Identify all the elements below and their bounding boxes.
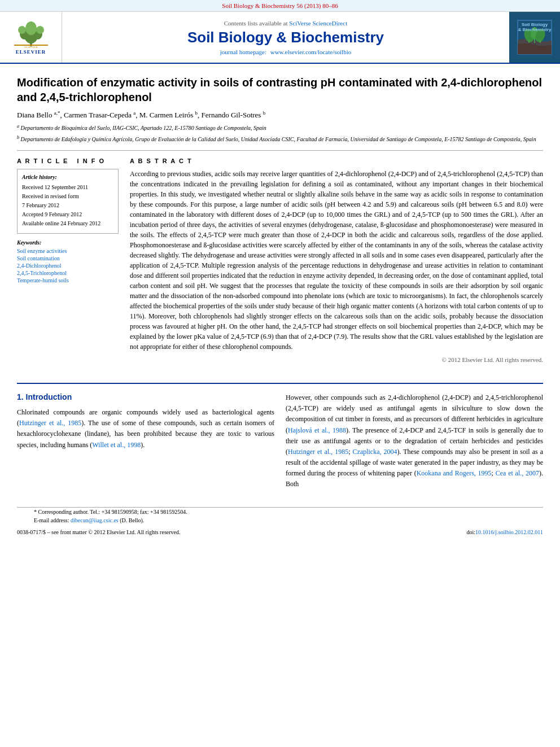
journal-homepage: journal homepage: www.elsevier.com/locat… <box>220 49 351 55</box>
keywords-box: Keywords: Soil enzyme activities Soil co… <box>17 239 119 283</box>
authors-line: Diana Bello a,*, Carmen Trasar-Cepeda a,… <box>17 110 543 120</box>
intro-para-right: However, other compounds such as 2,4-dic… <box>286 392 543 490</box>
affiliation-b-text: Departamento de Edafología y Química Agr… <box>21 136 536 142</box>
keyword-2: Soil contamination <box>17 255 119 261</box>
affiliation-sup-a: a <box>17 124 19 129</box>
article-history-box: Article history: Received 12 September 2… <box>17 169 119 234</box>
elsevier-tree-icon: ELSEVIER <box>14 20 48 48</box>
revised-date: 7 February 2012 <box>22 202 113 209</box>
accepted-date: Accepted 9 February 2012 <box>22 211 113 219</box>
article-content: Modification of enzymatic activity in so… <box>0 64 560 374</box>
footnote-area: * Corresponding author. Tel.: +34 981590… <box>17 507 543 525</box>
ref-kookana-1995[interactable]: Kookana and Rogers, 1995 <box>417 469 492 477</box>
abstract-text: According to previous studies, acidic so… <box>130 169 543 352</box>
keyword-5: Temperate-humid soils <box>17 277 119 283</box>
copyright-line: © 2012 Elsevier Ltd. All rights reserved… <box>130 356 543 363</box>
ref-cea-2007[interactable]: Cea et al., 2007 <box>496 469 539 477</box>
email-link[interactable]: dibecun@iiag.csic.es <box>71 517 119 523</box>
intro-col-left: 1. Introduction Chlorinated compounds ar… <box>17 392 274 490</box>
homepage-label: journal homepage: <box>220 49 266 55</box>
keyword-1: Soil enzyme activities <box>17 248 119 254</box>
affiliation-b: b Departamento de Edafología y Química A… <box>17 134 543 143</box>
ref-hutzinger-1985-2[interactable]: Hutzinger et al., 1985 <box>288 448 348 456</box>
footnote-corresponding: * Corresponding author. Tel.: +34 981590… <box>34 508 526 516</box>
footnote-email: E-mail address: dibecun@iiag.csic.es (D.… <box>34 516 526 525</box>
journal-bar: Soil Biology & Biochemistry 56 (2013) 80… <box>0 0 560 12</box>
sciverse-link[interactable]: SciVerse ScienceDirect <box>289 20 347 27</box>
article-history-title: Article history: <box>22 174 113 180</box>
author-sup-a2: a <box>133 110 135 116</box>
affiliation-a: a Departamento de Bioquímica del Suelo, … <box>17 123 543 132</box>
sbb-logo-icon: Soil Biology & Biochemistry <box>515 18 554 57</box>
ref-czaplicka-2004[interactable]: Czaplicka, 2004 <box>353 448 397 456</box>
author-sup-b: b <box>195 110 198 116</box>
intro-heading: 1. Introduction <box>17 392 274 401</box>
keywords-title: Keywords: <box>17 239 119 246</box>
footer-doi: doi:10.1016/j.soilbio.2012.02.011 <box>467 529 543 535</box>
affiliation-a-text: Departamento de Bioquímica del Suelo, II… <box>21 125 266 132</box>
svg-point-6 <box>36 26 44 34</box>
elsevier-logo: ELSEVIER ELSEVIER <box>14 20 48 55</box>
page-footer: 0038-0717/$ – see front matter © 2012 El… <box>0 525 560 541</box>
sbb-logo-container: Soil Biology & Biochemistry <box>509 12 560 63</box>
footer-issn: 0038-0717/$ – see front matter © 2012 El… <box>17 529 180 535</box>
svg-text:ELSEVIER: ELSEVIER <box>24 46 38 48</box>
intro-para-left: Chlorinated compounds are organic compou… <box>17 407 274 451</box>
received-revised-label: Received in revised form <box>22 193 113 200</box>
affiliation-sup-b: b <box>17 135 19 140</box>
article-info-heading: A R T I C L E I N F O <box>17 158 119 164</box>
author-sup-b2: b <box>263 110 266 116</box>
footer-doi-label: doi: <box>467 529 476 535</box>
article-info-col: A R T I C L E I N F O Article history: R… <box>17 158 119 363</box>
keyword-3: 2,4-Dichlorophenol <box>17 263 119 269</box>
journal-title: Soil Biology & Biochemistry <box>187 29 384 46</box>
divider-1 <box>17 150 543 151</box>
section-divider <box>17 383 543 384</box>
svg-text:& Biochemistry: & Biochemistry <box>518 27 552 32</box>
header-area: ELSEVIER ELSEVIER Contents lists availab… <box>0 12 560 64</box>
article-title: Modification of enzymatic activity in so… <box>17 75 543 104</box>
abstract-heading: A B S T R A C T <box>130 158 543 164</box>
svg-point-4 <box>25 21 37 35</box>
svg-point-5 <box>18 26 26 34</box>
footer-doi-link[interactable]: 10.1016/j.soilbio.2012.02.011 <box>475 529 543 535</box>
author-sup-a: a,* <box>54 110 60 116</box>
ref-hutzinger-1985[interactable]: Hutzinger et al., 1985 <box>19 419 81 427</box>
available-online-date: Available online 24 February 2012 <box>22 220 113 228</box>
journal-bar-text: Soil Biology & Biochemistry 56 (2013) 80… <box>222 2 338 9</box>
svg-text:Soil Biology: Soil Biology <box>522 22 548 27</box>
elsevier-logo-container: ELSEVIER ELSEVIER <box>0 12 62 63</box>
ref-hajslova-1988[interactable]: Hajslová et al., 1988 <box>288 426 346 434</box>
two-col-section: A R T I C L E I N F O Article history: R… <box>17 158 543 363</box>
ref-willet-1998[interactable]: Willet et al., 1998 <box>92 441 141 449</box>
footer-issn-text: 0038-0717/$ – see front matter © 2012 El… <box>17 529 180 535</box>
homepage-url[interactable]: www.elsevier.com/locate/soilbio <box>270 49 351 55</box>
sciverse-line: Contents lists available at SciVerse Sci… <box>224 20 347 27</box>
elsevier-brand-text: ELSEVIER <box>16 49 46 55</box>
intro-col-right: However, other compounds such as 2,4-dic… <box>286 392 543 490</box>
sbb-logo: Soil Biology & Biochemistry <box>514 16 556 59</box>
header-center: Contents lists available at SciVerse Sci… <box>62 12 509 63</box>
received-date: Received 12 September 2011 <box>22 184 113 191</box>
introduction-section: 1. Introduction Chlorinated compounds ar… <box>0 392 560 501</box>
abstract-col: A B S T R A C T According to previous st… <box>130 158 543 363</box>
page: Soil Biology & Biochemistry 56 (2013) 80… <box>0 0 560 747</box>
keyword-4: 2,4,5-Trichlorophenol <box>17 270 119 276</box>
